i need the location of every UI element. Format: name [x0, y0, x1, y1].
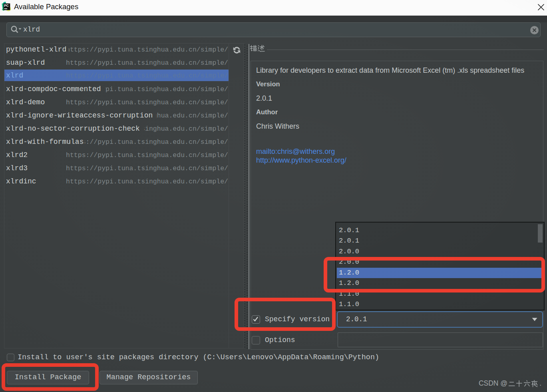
svg-text:PC: PC	[4, 4, 9, 8]
